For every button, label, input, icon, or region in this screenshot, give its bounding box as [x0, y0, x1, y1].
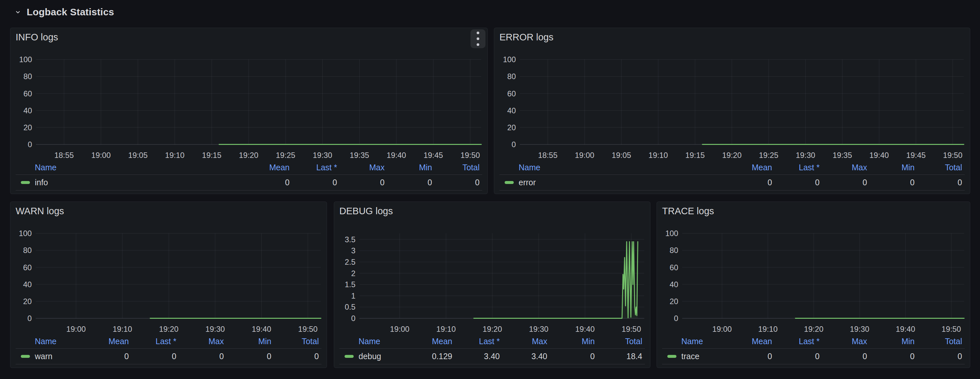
svg-text:19:40: 19:40 — [252, 325, 271, 333]
svg-text:19:15: 19:15 — [685, 151, 705, 159]
svg-text:60: 60 — [507, 89, 516, 98]
svg-text:19:40: 19:40 — [896, 325, 915, 333]
legend-table: NameMeanLast *MaxMinTotal error00000 — [500, 160, 965, 191]
svg-text:20: 20 — [24, 123, 32, 132]
svg-text:19:00: 19:00 — [91, 151, 111, 159]
legend-series-row: info00000 — [16, 175, 482, 191]
legend-header-max[interactable]: Max — [340, 163, 387, 172]
series-label[interactable]: trace — [681, 352, 700, 361]
svg-text:18:55: 18:55 — [54, 151, 74, 159]
chevron-down-icon[interactable] — [14, 8, 21, 16]
series-label[interactable]: warn — [35, 352, 52, 361]
series-label[interactable]: error — [519, 178, 536, 187]
legend-header-mean[interactable]: Mean — [727, 337, 775, 346]
legend-header-total[interactable]: Total — [435, 163, 482, 172]
series-color-marker — [21, 355, 30, 358]
legend-header-max[interactable]: Max — [822, 337, 870, 346]
legend-value-total: 18.4 — [597, 352, 645, 361]
svg-text:19:20: 19:20 — [239, 151, 258, 159]
svg-text:0: 0 — [28, 140, 32, 149]
svg-text:80: 80 — [24, 72, 32, 81]
svg-text:80: 80 — [507, 72, 516, 81]
legend-header-last[interactable]: Last * — [775, 163, 822, 172]
svg-text:0: 0 — [674, 314, 678, 323]
panel-error: ERROR logs 18:5519:0019:0519:1019:1519:2… — [494, 28, 970, 194]
legend-header-mean[interactable]: Mean — [407, 337, 455, 346]
svg-text:100: 100 — [19, 55, 32, 64]
legend-value-min: 0 — [226, 352, 274, 361]
svg-text:19:50: 19:50 — [942, 325, 961, 333]
svg-text:100: 100 — [19, 229, 32, 238]
svg-text:19:40: 19:40 — [869, 151, 889, 159]
series-label[interactable]: debug — [358, 352, 381, 361]
svg-text:19:00: 19:00 — [575, 151, 595, 159]
legend-series-row: debug0.1293.403.40018.4 — [339, 349, 645, 364]
svg-text:19:10: 19:10 — [649, 151, 668, 159]
svg-text:19:15: 19:15 — [202, 151, 221, 159]
svg-text:19:10: 19:10 — [113, 325, 132, 333]
series-label[interactable]: info — [35, 178, 48, 187]
svg-text:20: 20 — [507, 123, 516, 132]
svg-text:19:25: 19:25 — [759, 151, 779, 159]
svg-text:19:50: 19:50 — [298, 325, 318, 333]
legend-series-cell: warn — [16, 352, 84, 361]
svg-text:20: 20 — [23, 297, 32, 306]
legend-table: NameMeanLast *MaxMinTotal debug0.1293.40… — [339, 334, 645, 364]
legend-header-mean[interactable]: Mean — [727, 163, 775, 172]
svg-text:19:50: 19:50 — [943, 151, 963, 159]
legend-value-max: 0 — [179, 352, 226, 361]
svg-text:19:45: 19:45 — [906, 151, 926, 159]
legend-header-max[interactable]: Max — [179, 337, 226, 346]
svg-text:19:30: 19:30 — [529, 325, 549, 333]
svg-text:0: 0 — [511, 140, 516, 149]
panel-title: DEBUG logs — [339, 206, 393, 217]
legend-header-mean[interactable]: Mean — [245, 163, 292, 172]
legend-header-name[interactable]: Name — [662, 337, 727, 346]
legend-header-name[interactable]: Name — [16, 163, 245, 172]
legend-header-name[interactable]: Name — [339, 337, 407, 346]
legend-header-row: NameMeanLast *MaxMinTotal — [16, 160, 482, 175]
svg-text:19:20: 19:20 — [804, 325, 824, 333]
dashboard-root: Logback Statistics INFO logs 18:5519:001… — [0, 0, 980, 379]
legend-header-mean[interactable]: Mean — [84, 337, 132, 346]
row-title: Logback Statistics — [27, 6, 114, 18]
legend-series-row: error00000 — [500, 175, 965, 191]
legend-header-total[interactable]: Total — [917, 337, 965, 346]
svg-text:19:10: 19:10 — [165, 151, 185, 159]
svg-text:100: 100 — [665, 229, 678, 238]
panel-trace: TRACE logs 19:0019:1019:2019:3019:4019:5… — [657, 202, 970, 368]
svg-text:19:00: 19:00 — [712, 325, 732, 333]
svg-text:19:40: 19:40 — [575, 325, 595, 333]
dashboard-row-header[interactable]: Logback Statistics — [14, 6, 114, 18]
legend-header-total[interactable]: Total — [597, 337, 645, 346]
legend-header-min[interactable]: Min — [226, 337, 274, 346]
svg-text:0: 0 — [27, 314, 32, 323]
legend-value-max: 3.40 — [502, 352, 550, 361]
svg-text:19:45: 19:45 — [424, 151, 443, 159]
legend-header-row: NameMeanLast *MaxMinTotal — [339, 334, 645, 349]
svg-text:18:55: 18:55 — [538, 151, 558, 159]
legend-header-min[interactable]: Min — [870, 163, 917, 172]
legend-header-min[interactable]: Min — [550, 337, 597, 346]
panel-title: WARN logs — [16, 206, 64, 217]
legend-header-total[interactable]: Total — [917, 163, 965, 172]
legend-value-total: 0 — [917, 178, 965, 187]
legend-header-name[interactable]: Name — [16, 337, 84, 346]
legend-header-name[interactable]: Name — [500, 163, 727, 172]
svg-text:19:10: 19:10 — [436, 325, 456, 333]
svg-text:19:00: 19:00 — [390, 325, 410, 333]
legend-header-last[interactable]: Last * — [132, 337, 179, 346]
legend-value-mean: 0.129 — [407, 352, 455, 361]
series-color-marker — [345, 355, 354, 358]
legend-header-min[interactable]: Min — [387, 163, 435, 172]
svg-text:0.5: 0.5 — [345, 303, 355, 311]
legend-header-max[interactable]: Max — [822, 163, 870, 172]
svg-text:100: 100 — [503, 55, 516, 64]
legend-header-last[interactable]: Last * — [775, 337, 822, 346]
legend-header-total[interactable]: Total — [274, 337, 321, 346]
panel-menu-button[interactable] — [471, 29, 485, 48]
legend-header-last[interactable]: Last * — [292, 163, 340, 172]
legend-header-max[interactable]: Max — [502, 337, 550, 346]
legend-header-last[interactable]: Last * — [455, 337, 502, 346]
legend-header-min[interactable]: Min — [870, 337, 917, 346]
